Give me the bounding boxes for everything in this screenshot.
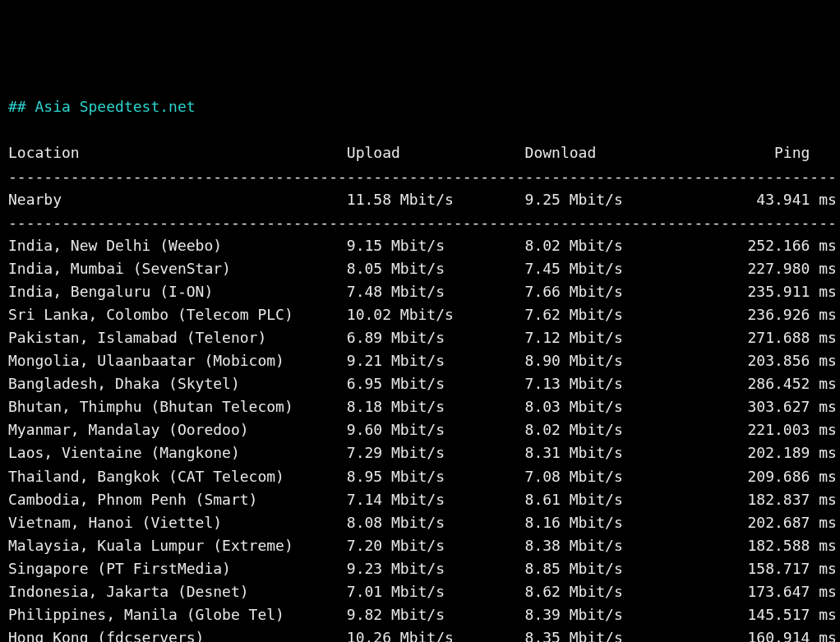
terminal-output: ## Asia Speedtest.net Location Upload Do… — [8, 95, 832, 642]
table-row: Mongolia, Ulaanbaatar (Mobicom) 9.21 Mbi… — [8, 349, 832, 372]
table-row: Myanmar, Mandalay (Ooredoo) 9.60 Mbit/s … — [8, 418, 832, 441]
divider-top: ----------------------------------------… — [8, 165, 832, 188]
table-row: Sri Lanka, Colombo (Telecom PLC) 10.02 M… — [8, 303, 832, 326]
table-row: Philippines, Manila (Globe Tel) 9.82 Mbi… — [8, 603, 832, 626]
nearby-row: Nearby 11.58 Mbit/s 9.25 Mbit/s 43.941 m… — [8, 188, 832, 211]
header-row: Location Upload Download Ping — [8, 141, 832, 164]
table-row: India, Mumbai (SevenStar) 8.05 Mbit/s 7.… — [8, 257, 832, 280]
table-row: Hong Kong (fdcservers) 10.26 Mbit/s 8.35… — [8, 626, 832, 642]
table-row: Cambodia, Phnom Penh (Smart) 7.14 Mbit/s… — [8, 488, 832, 511]
table-row: Vietnam, Hanoi (Viettel) 8.08 Mbit/s 8.1… — [8, 511, 832, 534]
table-row: India, New Delhi (Weebo) 9.15 Mbit/s 8.0… — [8, 234, 832, 257]
title-text: Asia Speedtest.net — [35, 98, 196, 115]
title-prefix: ## — [8, 98, 35, 115]
table-row: India, Bengaluru (I-ON) 7.48 Mbit/s 7.66… — [8, 280, 832, 303]
table-row: Thailand, Bangkok (CAT Telecom) 8.95 Mbi… — [8, 465, 832, 488]
table-row: Malaysia, Kuala Lumpur (Extreme) 7.20 Mb… — [8, 534, 832, 557]
table-row: Singapore (PT FirstMedia) 9.23 Mbit/s 8.… — [8, 557, 832, 580]
table-row: Bhutan, Thimphu (Bhutan Telecom) 8.18 Mb… — [8, 395, 832, 418]
title-line: ## Asia Speedtest.net — [8, 95, 832, 118]
table-row: Bangladesh, Dhaka (Skytel) 6.95 Mbit/s 7… — [8, 372, 832, 395]
table-row: Indonesia, Jakarta (Desnet) 7.01 Mbit/s … — [8, 580, 832, 603]
blank-line — [8, 118, 832, 141]
table-row: Pakistan, Islamabad (Telenor) 6.89 Mbit/… — [8, 326, 832, 349]
table-row: Laos, Vientaine (Mangkone) 7.29 Mbit/s 8… — [8, 441, 832, 464]
divider-mid: ----------------------------------------… — [8, 211, 832, 234]
